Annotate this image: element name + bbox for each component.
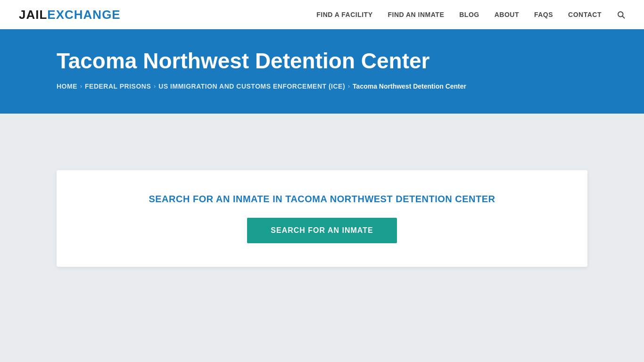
hero-banner: Tacoma Northwest Detention Center Home ›… [0,30,644,114]
breadcrumb-separator-2: › [154,83,156,90]
breadcrumb-current: Tacoma Northwest Detention Center [353,82,466,90]
nav-faqs[interactable]: FAQs [534,11,553,18]
breadcrumb: Home › Federal Prisons › US Immigration … [57,82,587,90]
nav-find-inmate[interactable]: FIND AN INMATE [388,11,444,18]
breadcrumb-ice[interactable]: US Immigration and Customs Enforcement (… [158,82,345,90]
svg-line-1 [622,16,624,18]
breadcrumb-separator-3: › [348,83,350,90]
main-content: SEARCH FOR AN INMATE IN TACOMA NORTHWEST… [0,114,644,302]
search-card: SEARCH FOR AN INMATE IN TACOMA NORTHWEST… [57,170,587,267]
search-for-inmate-button[interactable]: SEARCH FOR AN INMATE [247,218,396,243]
breadcrumb-home[interactable]: Home [57,82,77,90]
main-nav: FIND A FACILITY FIND AN INMATE BLOG ABOU… [316,10,625,19]
search-icon [617,10,625,19]
logo-jail-text: JAIL [19,8,47,22]
nav-about[interactable]: ABOUT [495,11,519,18]
search-icon-button[interactable] [617,10,625,19]
nav-blog[interactable]: BLOG [459,11,479,18]
breadcrumb-separator-1: › [80,83,82,90]
search-card-title: SEARCH FOR AN INMATE IN TACOMA NORTHWEST… [149,194,495,205]
site-header: JAILEXCHANGE FIND A FACILITY FIND AN INM… [0,0,644,30]
site-logo[interactable]: JAILEXCHANGE [19,8,121,22]
nav-find-facility[interactable]: FIND A FACILITY [316,11,372,18]
page-title: Tacoma Northwest Detention Center [57,49,587,73]
nav-contact[interactable]: CONTACT [568,11,602,18]
logo-exchange-text: EXCHANGE [47,8,120,22]
breadcrumb-federal-prisons[interactable]: Federal Prisons [85,82,151,90]
